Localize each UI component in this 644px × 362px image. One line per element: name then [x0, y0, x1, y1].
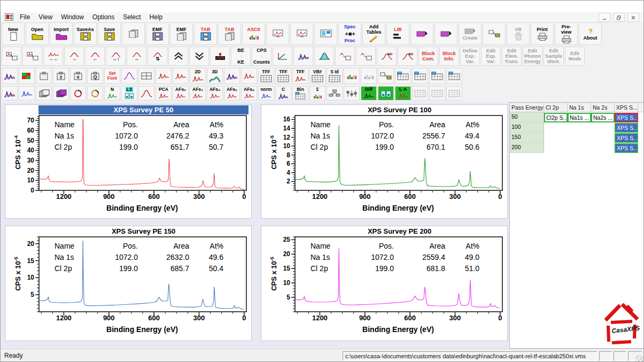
- block-info-button[interactable]: BlockInfo.: [439, 47, 459, 66]
- save-as-button[interactable]: SaveAs: [74, 22, 97, 45]
- block-cell[interactable]: Na1s ...: [568, 113, 591, 122]
- print-button[interactable]: Print: [531, 22, 554, 45]
- region-button[interactable]: [314, 47, 334, 66]
- block-cell[interactable]: XPS S...: [615, 123, 638, 133]
- rainbow-display-button[interactable]: [70, 86, 86, 101]
- zoom-in-button[interactable]: [2, 47, 21, 66]
- tff-chart-button[interactable]: TFF: [275, 68, 291, 84]
- link-tree-button[interactable]: [327, 86, 343, 101]
- overlay-blue-button[interactable]: [19, 86, 35, 101]
- afs3-button[interactable]: AFs₃: [190, 86, 206, 101]
- column-colors-button[interactable]: [344, 68, 360, 84]
- menu-options[interactable]: Options: [88, 13, 119, 21]
- flood-peak-button[interactable]: [138, 86, 154, 101]
- spec-proc-button[interactable]: Spec+■+Proc: [338, 22, 361, 45]
- copy-page-button[interactable]: [122, 22, 145, 45]
- convert-split-button[interactable]: [434, 22, 457, 45]
- ls-save-button[interactable]: LS: [121, 86, 137, 101]
- window-restore-button[interactable]: [613, 13, 625, 22]
- diff-button[interactable]: Diff: [361, 86, 377, 101]
- stretch-x-button[interactable]: ↔: [127, 47, 146, 66]
- tff-wave-button[interactable]: TFF: [292, 68, 308, 84]
- shift-left-button[interactable]: ←: [85, 47, 105, 66]
- background-subtract-button[interactable]: BG: [398, 47, 417, 66]
- calibrate-button[interactable]: C: [275, 86, 291, 101]
- swap-traces-button[interactable]: ⇅: [148, 47, 167, 66]
- norm-button[interactable]: norm: [258, 86, 274, 101]
- display-3d-button[interactable]: [273, 47, 292, 66]
- afs4-button[interactable]: AFs₄: [207, 86, 223, 101]
- save-green-button[interactable]: [378, 86, 394, 101]
- add-tables-button[interactable]: AddTables: [362, 22, 385, 45]
- save-tab-button[interactable]: TAB: [194, 22, 217, 45]
- grid-view-2-button[interactable]: [412, 68, 428, 84]
- stretch-xy-button[interactable]: ↔↕: [106, 47, 126, 66]
- stack-view-button[interactable]: [241, 68, 257, 84]
- view-2d-button[interactable]: 2D: [190, 68, 206, 84]
- process-new-button[interactable]: [335, 47, 355, 66]
- convert-button[interactable]: [410, 22, 433, 45]
- tile-colors-button[interactable]: [19, 68, 35, 84]
- export-ascii-button[interactable]: ASCII: [242, 22, 265, 45]
- pass-energy-cell[interactable]: 200: [510, 143, 544, 153]
- vb-table-button[interactable]: VB#: [309, 68, 325, 84]
- spline-button[interactable]: [224, 68, 240, 84]
- preview-button[interactable]: Pre-view: [555, 22, 578, 45]
- window-close-button[interactable]: [627, 13, 639, 22]
- block-comment-button[interactable]: BlockCom.: [418, 47, 438, 66]
- scroll-down-button[interactable]: [189, 47, 209, 66]
- menu-window[interactable]: Window: [57, 13, 88, 21]
- save-button[interactable]: Save: [98, 22, 121, 45]
- crosshair-button[interactable]: [138, 68, 154, 84]
- n-spectra-button[interactable]: N: [104, 86, 120, 101]
- afs5-button[interactable]: AFs₅: [224, 86, 240, 101]
- block-cell[interactable]: XPS S...: [615, 133, 638, 143]
- chart-window-pe150[interactable]: XPS Survey PE 150 CPS x 10-5 20151051200…: [5, 226, 252, 341]
- la-button[interactable]: L·A: [395, 86, 411, 101]
- browser-column-header[interactable]: Na 2s: [591, 103, 615, 112]
- block-transfer-button[interactable]: [378, 68, 394, 84]
- grid-view-4-button[interactable]: [446, 68, 462, 84]
- library-button[interactable]: LIB: [386, 22, 409, 45]
- set-font-button[interactable]: SetFont: [104, 68, 120, 84]
- menu-file[interactable]: File: [15, 13, 34, 21]
- menu-help[interactable]: Help: [145, 13, 167, 21]
- browser-column-header[interactable]: Pass Energy...: [510, 103, 544, 112]
- copy-quant-button[interactable]: Q: [87, 68, 103, 84]
- tile-display-button[interactable]: [314, 22, 337, 45]
- block-cell[interactable]: XPS S...: [615, 113, 638, 122]
- menu-select[interactable]: Select: [119, 13, 145, 21]
- overlay-button[interactable]: [293, 47, 313, 66]
- copy-tab-button[interactable]: TAB: [218, 22, 241, 45]
- spectrum-display-button[interactable]: [290, 22, 313, 45]
- resize-grip[interactable]: [635, 355, 643, 362]
- cps-counts-button[interactable]: CPS↕Counts: [252, 47, 271, 66]
- paste-region-button[interactable]: [210, 47, 230, 66]
- pages-stack-purple-button[interactable]: [53, 86, 69, 101]
- background-button[interactable]: BG: [377, 47, 397, 66]
- zoom-out-button[interactable]: [22, 47, 42, 66]
- save-emf-button[interactable]: EMF: [146, 22, 169, 45]
- copy-clipboard-button[interactable]: [36, 68, 52, 84]
- process-overlay-button[interactable]: [356, 47, 376, 66]
- chart-title-pe150[interactable]: XPS Survey PE 150: [38, 227, 249, 236]
- pca-button[interactable]: PCA: [156, 86, 172, 101]
- mixture-button[interactable]: [344, 86, 360, 101]
- propagate-button[interactable]: [483, 22, 506, 45]
- block-cell[interactable]: XPS S...: [615, 143, 638, 153]
- browser-column-header[interactable]: Na 1s: [568, 103, 591, 112]
- pass-energy-cell[interactable]: 50: [510, 112, 544, 122]
- menu-view[interactable]: View: [34, 13, 57, 21]
- open-button[interactable]: Open: [26, 22, 49, 45]
- import-button[interactable]: Import: [50, 22, 73, 45]
- zoom-frame-button[interactable]: [156, 68, 172, 84]
- bin-button[interactable]: Bin: [292, 86, 308, 101]
- browser-column-header[interactable]: XPS S...: [615, 103, 638, 112]
- pass-energy-cell[interactable]: 100: [510, 122, 544, 133]
- chart-window-pe50[interactable]: XPS Survey PE 50 CPS x 10-4 706050403020…: [5, 104, 252, 219]
- be-ke-button[interactable]: BE↕KE: [231, 47, 251, 66]
- chart-window-pe100[interactable]: XPS Survey PE 100 CPS x 10-5 16141210864…: [261, 104, 508, 219]
- scroll-up-button[interactable]: [168, 47, 188, 66]
- afs6-button[interactable]: AFs₆: [241, 86, 257, 101]
- zoom-reset-button[interactable]: →←: [43, 47, 63, 66]
